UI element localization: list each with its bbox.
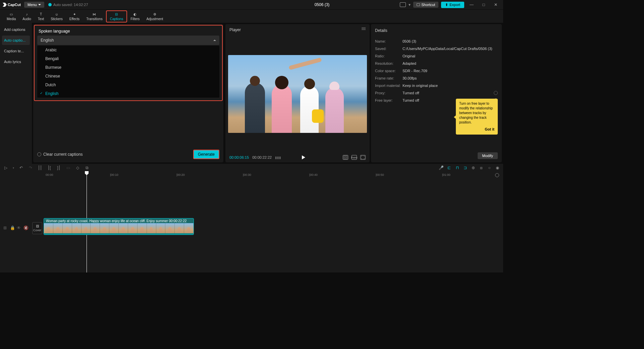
marker-tool[interactable]: ◇ — [75, 165, 80, 170]
clip-thumbnail — [175, 223, 184, 235]
detail-row: Import material:Keep in original place — [375, 82, 498, 89]
tool-filters[interactable]: ◐Filters — [127, 10, 143, 22]
detail-row: Proxy:Turned off — [375, 89, 498, 97]
tool-captions[interactable]: ⊟Captions — [106, 10, 127, 22]
ruler-tick: |00:30 — [243, 173, 251, 177]
ratio-button[interactable]: Ratio — [352, 155, 357, 160]
cover-button[interactable]: 🖼 Cover — [32, 222, 42, 234]
layout-icon[interactable] — [400, 2, 406, 7]
language-select[interactable]: English — [37, 36, 219, 45]
svg-point-1 — [345, 157, 346, 158]
autosave-status: Auto saved: 14:02:27 — [48, 3, 88, 7]
language-option-english[interactable]: English — [37, 89, 219, 98]
magnet-right-icon[interactable]: ⊐ — [463, 165, 468, 170]
clip-thumbnail — [91, 223, 100, 235]
clip-thumbnail — [109, 223, 119, 235]
mic-icon[interactable]: 🎤 — [439, 165, 443, 170]
clip-thumbnail — [156, 223, 166, 235]
shortcut-button[interactable]: Shortcut — [413, 2, 438, 8]
clip-thumbnail — [100, 223, 109, 235]
project-title: 0506 (3) — [315, 2, 330, 7]
sidebar-item-0[interactable]: Add captions — [2, 25, 30, 34]
magnet-icon[interactable]: ⊓ — [455, 165, 460, 170]
clip-thumbnail — [128, 223, 138, 235]
ruler-tick: |00:40 — [309, 173, 318, 177]
snap-icon[interactable]: ○ — [487, 165, 492, 170]
tooltip-gotit-button[interactable]: Got it — [459, 127, 494, 132]
tool-adjustment[interactable]: ⚙Adjustment — [143, 10, 166, 22]
language-option-bengali[interactable]: Bengali — [37, 54, 219, 63]
modify-button[interactable]: Modify — [478, 152, 498, 159]
clip-thumbnail — [82, 223, 91, 235]
detail-row: Resolution:Adapted — [375, 60, 498, 67]
ruler-tick: |00:50 — [376, 173, 384, 177]
track-settings-icon[interactable]: ⊞ — [3, 226, 8, 230]
minimize-button[interactable]: — — [467, 1, 476, 8]
tool-text[interactable]: TText — [35, 10, 47, 22]
chevron-up-icon — [213, 40, 216, 41]
menu-button[interactable]: Menu — [24, 2, 44, 8]
svg-rect-0 — [344, 156, 347, 159]
clip-thumbnail — [138, 223, 147, 235]
app-logo: CapCut — [3, 3, 21, 7]
clip-thumbnail — [165, 223, 175, 235]
clear-captions-radio[interactable]: Clear current captions — [37, 152, 83, 157]
export-button[interactable]: ⬆Export — [441, 2, 464, 8]
duration-time: 00:00:22:22 — [252, 155, 272, 159]
detail-row: Saved:C:/Users/MyPC/AppData/Local/CapCut… — [375, 45, 498, 52]
clip-thumbnail — [119, 223, 128, 235]
link-icon[interactable]: ⧈ — [479, 165, 484, 170]
tool-effects[interactable]: ✦Effects — [66, 10, 83, 22]
tool-media[interactable]: ▭Media — [3, 10, 19, 22]
play-button[interactable] — [302, 155, 305, 159]
clip-thumbnail — [72, 223, 82, 235]
tool-stickers[interactable]: ☺Stickers — [47, 10, 66, 22]
tool-audio[interactable]: ♪Audio — [19, 10, 35, 22]
magnet-left-icon[interactable]: ⊏ — [447, 165, 451, 170]
clip-thumbnail — [147, 223, 156, 235]
sidebar-item-3[interactable]: Auto lyrics — [2, 57, 30, 66]
close-button[interactable]: ✕ — [491, 1, 500, 8]
scale-icon[interactable] — [343, 155, 348, 160]
crop-tool[interactable]: ⧉ — [85, 165, 89, 170]
delete-tool[interactable]: ▭ — [66, 165, 70, 170]
clip-thumbnail — [44, 223, 53, 235]
track-mute-icon[interactable]: 🔇 — [23, 226, 28, 230]
player-menu-icon[interactable] — [362, 28, 366, 32]
language-option-dutch[interactable]: Dutch — [37, 81, 219, 89]
track-visibility-icon[interactable]: 👁 — [17, 226, 21, 230]
details-title: Details — [375, 28, 498, 33]
redo-button[interactable]: ↷ — [28, 165, 33, 170]
detail-row: Ratio:Original — [375, 52, 498, 60]
tool-transitions[interactable]: ⋈Transitions — [83, 10, 106, 22]
language-option-burmese[interactable]: Burmese — [37, 63, 219, 72]
language-option-arabic[interactable]: Arabic — [37, 46, 219, 54]
ruler-tick: 00:00 — [46, 173, 53, 177]
track-lock-icon[interactable]: 🔒 — [10, 226, 15, 230]
spoken-language-header: Spoken language — [35, 26, 222, 36]
sidebar-item-2[interactable]: Caption te... — [2, 46, 30, 56]
undo-button[interactable]: ↶ — [19, 165, 23, 170]
split-tool[interactable]: ⎮⎮ — [38, 165, 42, 170]
image-icon: 🖼 — [36, 225, 39, 228]
video-preview[interactable] — [228, 55, 367, 133]
split-left-tool[interactable]: ⎮[ — [47, 165, 52, 170]
maximize-button[interactable]: □ — [479, 1, 488, 8]
align-icon[interactable]: ⊕ — [471, 165, 476, 170]
generate-button[interactable]: Generate — [193, 150, 219, 159]
sidebar-item-1[interactable]: Auto captio... — [2, 36, 30, 45]
split-right-tool[interactable]: ]⎮ — [56, 165, 61, 170]
clip-thumbnail — [184, 223, 194, 235]
clip-label: Woman party at rocky coast. Happy woman … — [46, 219, 186, 223]
ruler-tick: |00:20 — [176, 173, 185, 177]
language-option-chinese[interactable]: Chinese — [37, 72, 219, 81]
pointer-tool[interactable]: ▷ — [3, 165, 8, 170]
info-icon[interactable] — [494, 91, 498, 95]
player-title: Player — [229, 28, 241, 32]
radio-icon — [37, 152, 41, 156]
clip-thumbnail — [53, 223, 63, 235]
video-clip[interactable]: Woman party at rocky coast. Happy woman … — [44, 218, 194, 235]
current-time: 00:00:06:15 — [229, 155, 249, 159]
fullscreen-icon[interactable] — [360, 155, 366, 160]
toggle-icon[interactable]: ◉ — [495, 165, 500, 170]
